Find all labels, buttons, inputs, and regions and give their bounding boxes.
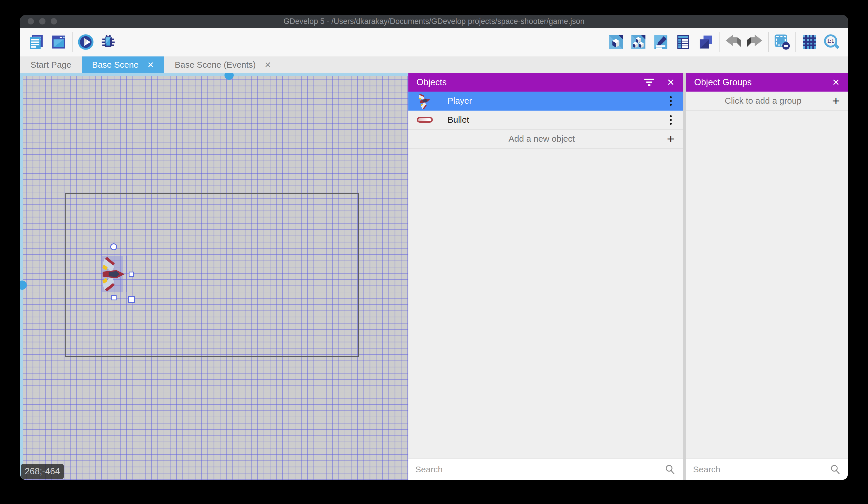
- vertical-scroll-thumb[interactable]: [20, 281, 27, 290]
- rotate-handle[interactable]: [110, 243, 117, 250]
- traffic-lights: [28, 18, 57, 24]
- bullet-thumbnail-icon: [416, 111, 433, 128]
- grid-icon[interactable]: [800, 33, 818, 51]
- tab-base-scene-events[interactable]: Base Scene (Events) ✕: [164, 57, 281, 73]
- cursor-coordinates-badge: 268;-464: [21, 464, 64, 479]
- add-group-plus-icon[interactable]: +: [832, 94, 840, 108]
- search-icon[interactable]: [829, 464, 841, 475]
- tab-label: Base Scene: [92, 60, 139, 70]
- tab-close-icon[interactable]: ✕: [265, 60, 271, 70]
- add-group-label: Click to add a group: [694, 96, 832, 106]
- panel-divider[interactable]: [683, 73, 686, 480]
- object-groups-editor-icon[interactable]: [630, 33, 647, 51]
- window-title: GDevelop 5 - /Users/dkarakay/Documents/G…: [283, 17, 585, 26]
- add-object-plus-icon[interactable]: +: [667, 132, 675, 145]
- object-name: Player: [447, 96, 667, 106]
- debug-icon[interactable]: [100, 33, 117, 51]
- close-panel-icon[interactable]: ✕: [832, 77, 840, 88]
- tab-close-icon[interactable]: ✕: [147, 60, 154, 70]
- zoom-1-1-icon[interactable]: 1:1: [823, 33, 840, 51]
- undo-icon[interactable]: [724, 33, 741, 51]
- tab-label: Base Scene (Events): [175, 60, 256, 70]
- resize-handle-right[interactable]: [128, 272, 134, 277]
- horizontal-scroll-thumb[interactable]: [225, 73, 234, 80]
- tab-label: Start Page: [31, 60, 71, 70]
- add-object-label: Add a new object: [416, 134, 667, 144]
- play-preview-icon[interactable]: [77, 33, 94, 51]
- selection-extent-line: [126, 256, 127, 292]
- scene-canvas[interactable]: 268;-464: [20, 73, 409, 480]
- objects-editor-icon[interactable]: [607, 33, 624, 51]
- vertical-scroll-track[interactable]: [20, 73, 23, 480]
- objects-panel: Objects ✕: [409, 73, 683, 480]
- zoom-window-button[interactable]: [51, 18, 57, 24]
- object-groups-panel-header: Object Groups ✕: [686, 73, 848, 92]
- properties-icon[interactable]: [652, 33, 669, 51]
- editor-tabbar: Start Page Base Scene ✕ Base Scene (Even…: [20, 57, 848, 73]
- close-panel-icon[interactable]: ✕: [667, 77, 675, 88]
- object-menu-icon[interactable]: [667, 113, 675, 127]
- objects-panel-empty-area: [409, 149, 683, 458]
- toolbar-separator: [719, 32, 720, 52]
- objects-search-input[interactable]: [415, 465, 664, 474]
- minimize-window-button[interactable]: [39, 18, 45, 24]
- project-manager-icon[interactable]: [28, 33, 45, 51]
- filter-icon[interactable]: [643, 77, 657, 88]
- tab-start-page[interactable]: Start Page: [20, 57, 82, 73]
- objects-search-bar: [409, 458, 683, 480]
- object-groups-panel: Object Groups ✕ Click to add a group +: [686, 73, 848, 480]
- close-window-button[interactable]: [28, 18, 34, 24]
- object-menu-icon[interactable]: [667, 94, 675, 108]
- scene-window-icon[interactable]: [50, 33, 68, 51]
- search-icon[interactable]: [664, 464, 676, 475]
- instances-list-icon[interactable]: [675, 33, 692, 51]
- groups-panel-empty-area: [686, 111, 848, 458]
- horizontal-scroll-track[interactable]: [20, 73, 409, 76]
- tab-base-scene[interactable]: Base Scene ✕: [82, 57, 164, 73]
- groups-search-bar: [686, 458, 848, 480]
- add-group-row[interactable]: Click to add a group +: [686, 92, 848, 111]
- player-thumbnail-icon: [416, 92, 433, 109]
- add-object-row[interactable]: Add a new object +: [409, 130, 683, 149]
- deselect-instances-icon[interactable]: [774, 33, 791, 51]
- objects-panel-title: Objects: [416, 77, 643, 88]
- titlebar: GDevelop 5 - /Users/dkarakay/Documents/G…: [20, 15, 848, 28]
- app-window: GDevelop 5 - /Users/dkarakay/Documents/G…: [20, 15, 848, 480]
- toolbar-separator: [72, 32, 73, 52]
- objects-panel-header: Objects ✕: [409, 73, 683, 92]
- zoom-ratio-label: 1:1: [827, 39, 834, 44]
- groups-search-input[interactable]: [693, 465, 829, 474]
- main-toolbar: 1:1: [20, 28, 848, 57]
- toolbar-separator: [795, 32, 796, 52]
- object-row-player[interactable]: Player: [409, 92, 683, 111]
- player-instance[interactable]: [101, 255, 126, 293]
- redo-icon[interactable]: [746, 33, 764, 51]
- layers-editor-icon[interactable]: [697, 33, 714, 51]
- resize-handle-bottom[interactable]: [111, 295, 116, 300]
- toolbar-separator: [768, 32, 769, 52]
- object-groups-panel-title: Object Groups: [694, 77, 832, 88]
- resize-handle-corner[interactable]: [128, 296, 135, 303]
- object-row-bullet[interactable]: Bullet: [409, 111, 683, 130]
- object-name: Bullet: [447, 115, 667, 125]
